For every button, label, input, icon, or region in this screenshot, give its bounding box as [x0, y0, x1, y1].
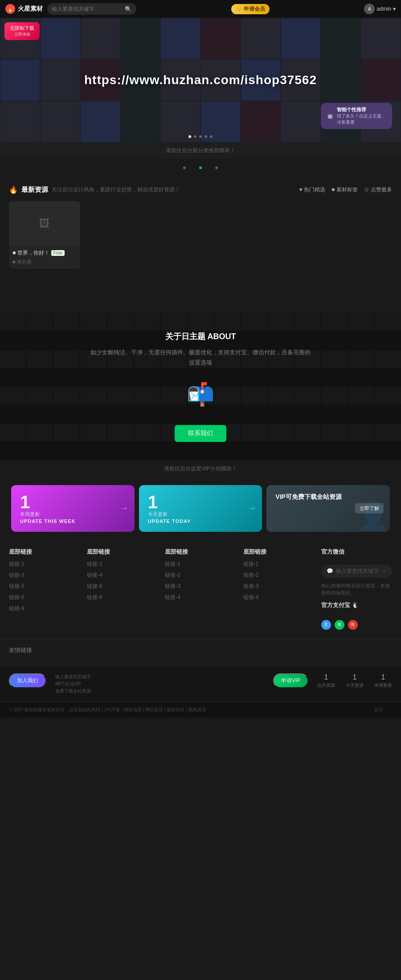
footer-link[interactable]: 链接-2 — [243, 571, 314, 579]
back-to-top[interactable]: ↑ — [388, 707, 390, 712]
alipay-icon: 支 — [321, 620, 331, 630]
logo[interactable]: 🔥 火星素材 — [5, 4, 43, 14]
section-title: 最新资源 — [21, 186, 48, 194]
footer-links: 底部链接 链接-1 链接-3 链接-5 链接-6 链接-9 底部链接 链接-2 … — [0, 539, 401, 639]
hero-dot-1[interactable] — [188, 135, 191, 138]
footer-link[interactable]: 链接-6 — [87, 583, 158, 590]
stat-total: 1 总共资源 — [317, 673, 335, 688]
site-name: 火星素材 — [18, 5, 43, 13]
footer-link[interactable]: 链接-2 — [165, 571, 236, 579]
hero-dot-5[interactable] — [210, 135, 213, 138]
nav-center: 👑 申请会员 — [141, 4, 360, 14]
copyright: © 2024 版权由豫资素材所有，且页面由此热转 | 沪ICP备 | 网站地图 … — [9, 707, 206, 713]
bottom-right-links: 首页 ↑ — [372, 707, 392, 713]
update-banners: 1 本周更新 UPDATE THIS WEEK → 1 今天更新 UPDATE … — [9, 485, 392, 532]
avatar-area[interactable]: A admin ▾ — [364, 4, 396, 14]
contact-button[interactable]: 联系我们 — [175, 425, 226, 442]
widget-text-1: 输入要查找关键字 — [55, 673, 264, 680]
about-icons: 📬 — [9, 381, 392, 414]
footer-col-4: 底部链接 链接-1 链接-2 链接-3 链接-4 — [243, 548, 314, 630]
hero-dot-2[interactable] — [194, 135, 196, 138]
footer-link[interactable]: 链接-9 — [9, 605, 80, 612]
hero-url: https://www.huzhan.com/ishop37562 — [84, 73, 317, 87]
ai-icon: 🤖 — [327, 113, 333, 119]
section-subtitle: 关注前沿设计风格，紧跟行业趋势，精选优质好资源！ — [52, 186, 180, 194]
wechat-icon: 💬 — [327, 568, 333, 574]
image-icon: 🖼 — [39, 217, 50, 230]
today-label-top: 今天更新 — [148, 511, 254, 518]
hero-dot-4[interactable] — [205, 135, 207, 138]
footer-link[interactable]: 链接-3 — [243, 583, 314, 590]
hero-overlay: 无限制下载 立即体验 https://www.huzhan.com/ishop3… — [0, 18, 401, 142]
vip-cta[interactable]: 立即了解 — [355, 503, 384, 514]
footer-link[interactable]: 链接-5 — [9, 583, 80, 590]
search-input[interactable] — [52, 6, 122, 12]
spacer-2 — [0, 296, 401, 313]
stat-total-num: 1 — [317, 673, 335, 681]
footer-col-1: 底部链接 链接-1 链接-3 链接-5 链接-6 链接-9 — [9, 548, 80, 630]
about-title: 关于日主题 ABOUT — [9, 331, 392, 342]
stat-week-num: 1 — [374, 673, 392, 681]
stat-total-label: 总共资源 — [317, 683, 335, 688]
update-week-card[interactable]: 1 本周更新 UPDATE THIS WEEK → — [11, 485, 135, 532]
home-link[interactable]: 首页 — [374, 707, 383, 712]
avatar: A — [364, 4, 375, 14]
vip-notice: 请前往后台设置VIP介绍模块！ — [0, 460, 401, 478]
footer-link[interactable]: 链接-4 — [243, 594, 314, 601]
search-icon: 🔍 — [125, 6, 132, 12]
hero-badge[interactable]: 无限制下载 立即体验 — [4, 22, 40, 40]
join-us-button[interactable]: 加入我们 — [9, 673, 46, 688]
official-desc: 精心的海外商业设计资源，来激发你的创造性。 — [321, 582, 392, 597]
footer-col-1-title: 底部链接 — [9, 548, 80, 556]
filter-likes[interactable]: ☆ 点赞最多 — [364, 186, 392, 194]
footer-link[interactable]: 链接-8 — [87, 594, 158, 601]
fire-icon: 🔥 — [9, 186, 18, 194]
vip-nav-button[interactable]: 👑 申请会员 — [231, 4, 270, 14]
logo-icon: 🔥 — [5, 4, 15, 14]
dot-blue-1 — [183, 166, 186, 169]
hero-dot-3[interactable] — [199, 135, 202, 138]
footer-link[interactable]: 链接-6 — [9, 594, 80, 601]
header: 🔥 火星素材 🔍 👑 申请会员 A admin ▾ — [0, 0, 401, 18]
widget-mid: 输入要查找关键字 MFC会员VIP 免费下载全站资源 — [55, 673, 264, 695]
stat-today-label: 今天资源 — [346, 683, 364, 688]
resource-info: ■ 世界，你好！ Free ■ 未分类 — [9, 246, 80, 269]
stat-week: 1 本周更新 — [374, 673, 392, 688]
dot-blue-2 — [215, 166, 218, 169]
update-vip-card[interactable]: VIP可免费下载全站资源 👤 立即了解 — [266, 485, 390, 532]
update-today-card[interactable]: 1 今天更新 UPDATE TODAY → — [139, 485, 262, 532]
resource-card[interactable]: 🖼 ■ 世界，你好！ Free ■ 未分类 — [9, 201, 80, 269]
friends-title: 友情链接 — [9, 646, 392, 654]
today-arrow: → — [248, 504, 256, 513]
section-header: 🔥 最新资源 关注前沿设计风格，紧跟行业趋势，精选优质好资源！ ♥ 热门精选 ■… — [9, 186, 392, 194]
filter-hot[interactable]: ♥ 热门精选 — [299, 186, 325, 194]
footer-link[interactable]: 链接-3 — [9, 571, 80, 579]
admin-label: admin — [376, 6, 391, 12]
footer-link[interactable]: 链接-2 — [87, 560, 158, 568]
footer-link[interactable]: 链接-1 — [165, 560, 236, 568]
footer-link[interactable]: 链接-3 — [165, 583, 236, 590]
widget-text-2: MFC会员VIP — [55, 680, 264, 688]
search-bar[interactable]: 🔍 — [47, 3, 136, 15]
resource-thumbnail: 🖼 — [9, 201, 80, 246]
official-search[interactable]: 💬 输入要查找关键字 → — [321, 565, 392, 578]
dot-teal-1 — [199, 166, 202, 169]
apply-vip-button[interactable]: 申请VIP — [273, 673, 308, 688]
footer-link[interactable]: 链接-4 — [165, 594, 236, 601]
about-section: 关于日主题 ABOUT 如少女般纯洁、干净，无需任何插件、极度优化，支持支付宝、… — [0, 313, 401, 460]
filter-tags[interactable]: ■ 素材标签 — [331, 186, 358, 194]
search-arrow: → — [381, 568, 387, 574]
widget-stats: 1 总共资源 1 今天资源 1 本周更新 — [317, 673, 392, 688]
resource-name: ■ 世界，你好！ Free — [12, 249, 77, 257]
footer-link[interactable]: 链接-1 — [243, 560, 314, 568]
footer-link[interactable]: 链接-4 — [87, 571, 158, 579]
hero-banner: // Generate hero cells inline 无限制下载 立即体验… — [0, 18, 401, 142]
about-description: 如少女般纯洁、干净，无需任何插件、极度优化，支持支付宝、微信付款，且备完善的设置… — [89, 347, 312, 368]
crown-icon: 👑 — [236, 6, 242, 12]
footer-link[interactable]: 链接-1 — [9, 560, 80, 568]
hero-ai-card[interactable]: 🤖 智能个性推荐 找了多久？自定义主题，冷客看看 — [321, 103, 392, 129]
week-arrow: → — [120, 504, 128, 513]
resources-grid: 🖼 ■ 世界，你好！ Free ■ 未分类 — [9, 201, 392, 269]
footer-col-3: 底部链接 链接-1 链接-2 链接-3 链接-4 — [165, 548, 236, 630]
footer-col-4-title: 底部链接 — [243, 548, 314, 556]
